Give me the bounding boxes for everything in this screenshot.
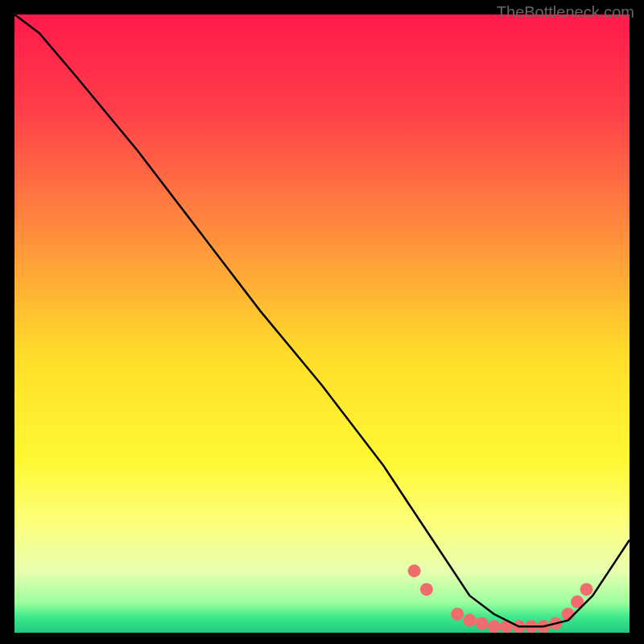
watermark-text: TheBottleneck.com [497,3,634,22]
chart-background-gradient [14,14,630,633]
chart-plot-area [14,14,630,633]
svg-rect-0 [14,14,630,633]
